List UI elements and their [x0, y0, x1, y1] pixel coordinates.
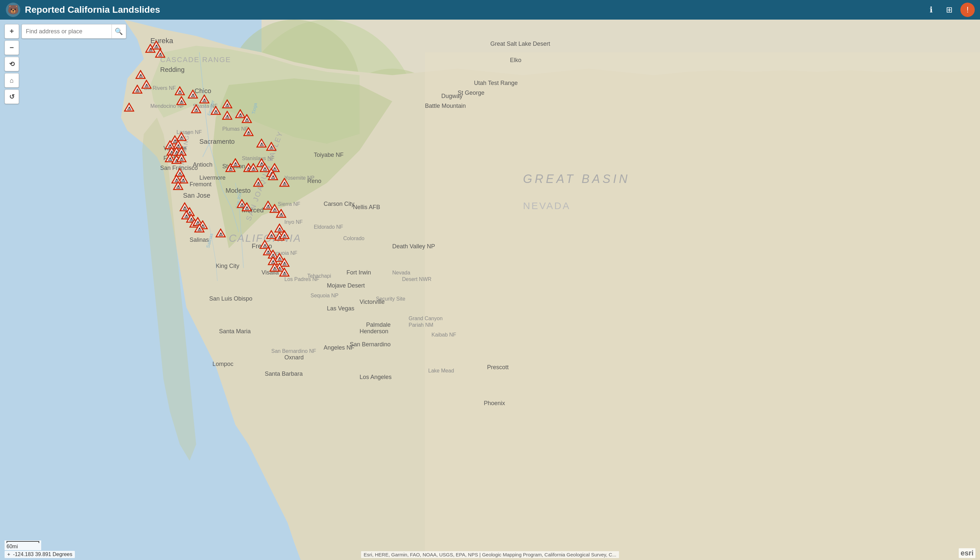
svg-rect-7: [425, 52, 980, 560]
svg-text:Toiyabe NF: Toiyabe NF: [314, 152, 344, 158]
search-button[interactable]: 🔍: [112, 24, 126, 38]
landslide-marker[interactable]: ⚠: [191, 104, 201, 115]
landslide-marker[interactable]: ⚠: [124, 103, 134, 113]
svg-text:⚠: ⚠: [178, 90, 182, 95]
zoom-in-button[interactable]: +: [5, 24, 19, 38]
svg-text:⚠: ⚠: [145, 83, 149, 88]
landslide-marker[interactable]: ⚠: [269, 263, 280, 273]
landslide-marker[interactable]: ⚠: [242, 202, 252, 213]
svg-text:Tehachapi: Tehachapi: [307, 273, 331, 279]
svg-text:⚠: ⚠: [277, 227, 282, 232]
svg-text:⚠: ⚠: [282, 181, 287, 186]
svg-text:Eldorado NF: Eldorado NF: [314, 224, 343, 230]
svg-text:Fort Irwin: Fort Irwin: [347, 269, 371, 276]
landslide-marker[interactable]: ⚠: [266, 142, 277, 152]
landslide-marker[interactable]: ⚠: [176, 153, 187, 164]
page-title: Reported California Landslides: [25, 5, 924, 15]
svg-text:⚠: ⚠: [247, 130, 251, 136]
landslide-marker[interactable]: ⚠: [135, 70, 146, 80]
svg-text:⚠: ⚠: [197, 227, 201, 232]
svg-text:⚠: ⚠: [245, 205, 249, 211]
landslide-marker[interactable]: ⚠: [276, 209, 286, 219]
landslide-marker[interactable]: ⚠: [253, 178, 264, 188]
grid-icon: ⊞: [946, 5, 953, 14]
coordinates-display: + -124.183 39.891 Degrees: [5, 551, 75, 558]
history-button[interactable]: ⟲: [5, 57, 19, 71]
svg-text:⚠: ⚠: [282, 271, 287, 276]
landslide-marker[interactable]: ⚠: [141, 80, 152, 90]
app-logo: 🐻: [5, 2, 21, 18]
landslide-marker[interactable]: ⚠: [132, 85, 142, 95]
svg-text:Grand Canyon: Grand Canyon: [409, 316, 442, 321]
svg-text:Colorado: Colorado: [343, 235, 364, 241]
svg-text:⚠: ⚠: [214, 109, 218, 114]
svg-text:⚠: ⚠: [256, 181, 260, 186]
svg-text:CASCADE RANGE: CASCADE RANGE: [160, 55, 231, 64]
search-input[interactable]: [22, 28, 112, 35]
svg-text:Dugway: Dugway: [441, 93, 462, 99]
svg-text:⚠: ⚠: [271, 175, 275, 180]
grid-button[interactable]: ⊞: [942, 3, 957, 17]
svg-text:Battle Mountain: Battle Mountain: [425, 103, 466, 109]
landslide-marker[interactable]: ⚠: [176, 96, 187, 107]
svg-text:Carson City: Carson City: [324, 201, 354, 207]
landslide-marker[interactable]: ⚠: [188, 90, 198, 100]
svg-text:Santa Barbara: Santa Barbara: [265, 370, 303, 377]
svg-text:Lake Mead: Lake Mead: [428, 368, 454, 373]
svg-text:⚠: ⚠: [225, 103, 229, 108]
svg-text:Nevada: Nevada: [392, 270, 410, 275]
landslide-marker[interactable]: ⚠: [175, 86, 185, 97]
landslide-marker[interactable]: ⚠: [243, 127, 254, 138]
svg-text:⚠: ⚠: [282, 233, 287, 238]
landslide-marker[interactable]: ⚠: [230, 158, 240, 168]
landslide-marker[interactable]: ⚠: [242, 114, 252, 125]
scale-bar: 60mi: [5, 540, 41, 550]
landslide-marker[interactable]: ⚠: [279, 178, 290, 188]
svg-text:⚠: ⚠: [191, 93, 195, 98]
svg-text:⚠: ⚠: [179, 135, 184, 140]
svg-text:Elko: Elko: [510, 57, 521, 63]
svg-text:Santa Maria: Santa Maria: [219, 328, 251, 335]
svg-text:GREAT BASIN: GREAT BASIN: [523, 172, 630, 186]
landslide-marker[interactable]: ⚠: [279, 268, 290, 278]
svg-text:Kaibab NF: Kaibab NF: [431, 332, 456, 338]
landslide-marker[interactable]: ⚠: [268, 171, 278, 182]
svg-text:Los Angeles: Los Angeles: [360, 374, 392, 380]
landslide-marker[interactable]: ⚠: [256, 138, 267, 149]
alert-icon: !: [967, 5, 969, 14]
svg-text:Oxnard: Oxnard: [284, 354, 304, 361]
landslide-marker[interactable]: ⚠: [210, 106, 221, 116]
landslide-marker[interactable]: ⚠: [222, 111, 232, 121]
refresh-button[interactable]: ↺: [5, 90, 19, 104]
svg-text:Sequoia NP: Sequoia NP: [311, 293, 338, 298]
alert-button[interactable]: !: [960, 3, 975, 17]
svg-text:⚠: ⚠: [219, 232, 223, 237]
zoom-out-button[interactable]: −: [5, 40, 19, 55]
home-button[interactable]: ⌂: [5, 73, 19, 88]
svg-text:⚠: ⚠: [179, 99, 184, 105]
landslide-marker[interactable]: ⚠: [215, 228, 226, 239]
svg-text:King City: King City: [216, 263, 239, 269]
svg-text:Livermore: Livermore: [199, 175, 225, 181]
svg-text:Nellis AFB: Nellis AFB: [353, 204, 380, 210]
map-container[interactable]: GREAT BASIN NEVADA CALIFORNIA SAN JOAQUI…: [0, 20, 980, 560]
svg-text:Desert NWR: Desert NWR: [402, 277, 431, 282]
svg-text:San Bernardino: San Bernardino: [350, 341, 391, 348]
landslide-marker[interactable]: ⚠: [194, 223, 205, 234]
app-header: 🐻 Reported California Landslides ℹ ⊞ !: [0, 0, 980, 20]
svg-text:⚠: ⚠: [251, 166, 255, 172]
svg-text:⚠: ⚠: [225, 114, 229, 119]
landslide-marker[interactable]: ⚠: [151, 40, 162, 51]
svg-text:Prescott: Prescott: [487, 364, 509, 370]
landslide-marker[interactable]: ⚠: [199, 94, 210, 105]
landslide-marker[interactable]: ⚠: [173, 181, 184, 192]
header-actions: ℹ ⊞ !: [924, 3, 975, 17]
home-icon: ⌂: [10, 77, 14, 84]
svg-text:⚠: ⚠: [158, 52, 162, 57]
svg-text:⚠: ⚠: [194, 107, 199, 113]
landslide-marker[interactable]: ⚠: [274, 223, 285, 234]
info-button[interactable]: ℹ: [924, 3, 938, 17]
search-bar: 🔍: [22, 24, 126, 38]
svg-text:Fremont: Fremont: [190, 181, 212, 188]
landslide-marker[interactable]: ⚠: [222, 99, 232, 110]
